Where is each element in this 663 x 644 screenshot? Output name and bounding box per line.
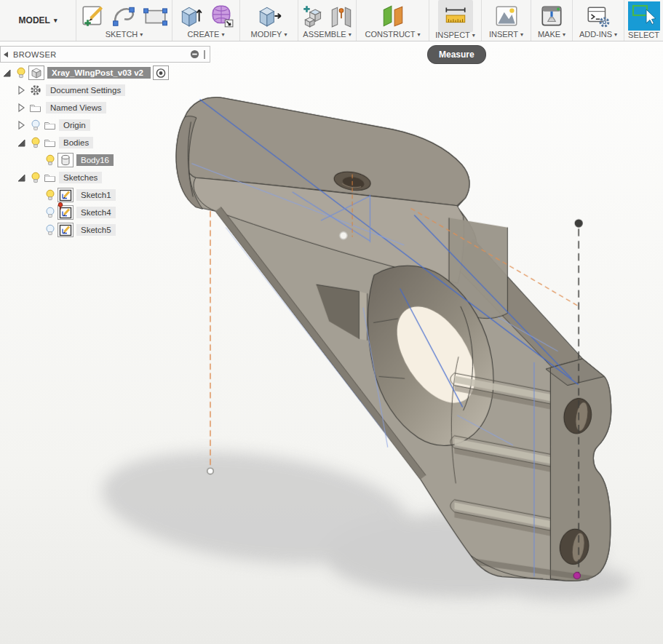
select-cursor-icon[interactable]	[628, 1, 660, 31]
workspace-label[interactable]: MODEL	[19, 15, 50, 25]
fusion360-window: MODEL▾ SKETCH▾ CREATE▾ MODIFY▾	[0, 0, 663, 644]
toolbar-group-insert: INSERT▾	[482, 0, 531, 41]
toolbar-group-inspect: INSPECT▾	[429, 0, 482, 41]
menu-make[interactable]: MAKE▾	[538, 30, 565, 39]
create-sketch-icon[interactable]	[81, 3, 107, 29]
tree-row-sketches[interactable]: Sketches	[0, 169, 210, 186]
chevron-down-icon: ▾	[472, 32, 475, 39]
tree-label[interactable]: Sketches	[59, 172, 102, 183]
sketch-pinned-icon	[57, 205, 74, 220]
visibility-bulb-icon[interactable]	[13, 67, 28, 79]
measure-tooltip-label: Measure	[439, 49, 475, 60]
tree-label[interactable]: Document Settings	[46, 84, 125, 96]
sketch-icon	[57, 223, 74, 237]
tree-row-sketch1[interactable]: Sketch1	[0, 186, 210, 204]
collapse-circle-icon[interactable]	[190, 49, 199, 59]
menu-construct[interactable]: CONSTRUCT▾	[365, 30, 420, 39]
visibility-bulb-icon[interactable]	[42, 154, 57, 167]
menu-select[interactable]: SELECT	[628, 31, 659, 39]
menu-addins[interactable]: ADD-INS▾	[579, 30, 617, 39]
tree-label-body16[interactable]: Body16	[76, 154, 114, 166]
pin-icon	[57, 202, 64, 211]
visibility-bulb-icon[interactable]	[28, 137, 43, 149]
measure-tool-active[interactable]	[438, 0, 473, 32]
gear-icon	[28, 84, 43, 96]
browser-panel: BROWSER Xray_WIngPost_v03 v2 Document Se…	[0, 46, 210, 239]
toolbar-group-make: MAKE▾	[531, 0, 573, 41]
tree-row-sketch5[interactable]: Sketch5	[0, 221, 210, 239]
menu-inspect[interactable]: INSPECT▾	[435, 31, 475, 39]
tree-label[interactable]: Named Views	[46, 102, 106, 114]
toolbar-group-select: SELECT	[624, 0, 663, 41]
new-component-icon[interactable]	[301, 3, 327, 29]
chevron-down-icon: ▾	[284, 31, 287, 38]
construction-endpoint[interactable]	[207, 468, 213, 474]
menu-insert[interactable]: INSERT▾	[489, 30, 523, 39]
workspace-switcher[interactable]: MODEL▾	[0, 0, 76, 41]
tree-row-document-settings[interactable]: Document Settings	[0, 82, 210, 99]
tree-row-root[interactable]: Xray_WIngPost_v03 v2	[0, 64, 210, 82]
activate-radio-icon[interactable]	[153, 65, 169, 80]
tree-label[interactable]: Sketch5	[76, 224, 116, 236]
component-cube-icon	[28, 65, 44, 80]
toolbar-group-construct: CONSTRUCT▾	[357, 0, 429, 41]
toolbar-group-create: CREATE▾	[172, 0, 240, 41]
axis-endpoint-top[interactable]	[575, 219, 583, 227]
tree-label-root[interactable]: Xray_WIngPost_v03 v2	[47, 67, 151, 79]
joint-icon[interactable]	[328, 3, 354, 29]
expand-arrow-icon[interactable]	[15, 85, 28, 95]
tree-row-origin[interactable]: Origin	[0, 116, 210, 134]
chevron-down-icon: ▾	[349, 31, 352, 38]
body-cylinder-icon	[57, 153, 74, 167]
construct-plane-icon[interactable]	[380, 3, 406, 29]
folder-icon	[28, 103, 43, 113]
folder-icon	[43, 172, 56, 184]
3d-print-icon[interactable]	[539, 3, 565, 29]
expand-arrow-icon[interactable]	[15, 103, 28, 113]
chevron-down-icon: ▾	[520, 31, 523, 38]
press-pull-icon[interactable]	[256, 3, 282, 29]
toolbar-group-assemble: ASSEMBLE▾	[298, 0, 357, 41]
form-icon[interactable]	[208, 3, 234, 29]
tree-row-body16[interactable]: Body16	[0, 151, 210, 169]
visibility-bulb-icon[interactable]	[28, 172, 43, 184]
chevron-down-icon: ▾	[614, 31, 617, 38]
visibility-bulb-icon[interactable]	[28, 119, 43, 132]
scripts-addins-icon[interactable]	[585, 3, 611, 29]
tree-label[interactable]: Bodies	[59, 137, 93, 148]
expand-arrow-icon[interactable]	[0, 68, 13, 78]
panel-collapse-icon[interactable]	[3, 51, 9, 58]
spline-icon[interactable]	[111, 3, 138, 29]
tree-row-bodies[interactable]: Bodies	[0, 134, 210, 151]
tree-label[interactable]: Origin	[59, 119, 90, 131]
rectangle-sketch-icon[interactable]	[142, 3, 168, 29]
menu-assemble[interactable]: ASSEMBLE▾	[303, 30, 351, 39]
insert-image-icon[interactable]	[493, 3, 520, 29]
chevron-down-icon: ▾	[140, 31, 143, 38]
visibility-bulb-icon[interactable]	[42, 207, 57, 219]
menu-modify[interactable]: MODIFY▾	[251, 30, 287, 39]
chevron-down-icon: ▾	[563, 31, 565, 38]
expand-arrow-icon[interactable]	[15, 138, 28, 148]
menu-create[interactable]: CREATE▾	[188, 30, 225, 39]
ribbon-toolbar: MODEL▾ SKETCH▾ CREATE▾ MODIFY▾	[0, 0, 663, 41]
visibility-bulb-icon[interactable]	[42, 224, 57, 236]
measure-icon[interactable]	[442, 1, 469, 28]
expand-arrow-icon[interactable]	[15, 172, 28, 183]
visibility-bulb-icon[interactable]	[42, 189, 57, 202]
browser-title: BROWSER	[13, 50, 190, 59]
tree-row-sketch4[interactable]: Sketch4	[0, 204, 210, 221]
menu-sketch[interactable]: SKETCH▾	[106, 30, 143, 39]
tree-row-named-views[interactable]: Named Views	[0, 99, 210, 116]
tree-label[interactable]: Sketch1	[76, 189, 116, 201]
point-marker[interactable]	[340, 231, 347, 239]
expand-arrow-icon[interactable]	[15, 120, 28, 130]
chevron-down-icon: ▾	[418, 31, 421, 38]
axis-endpoint-magenta[interactable]	[573, 572, 580, 579]
tree-label[interactable]: Sketch4	[76, 207, 116, 218]
extrude-icon[interactable]	[178, 3, 204, 29]
browser-header[interactable]: BROWSER	[0, 46, 210, 63]
toolbar-group-sketch: SKETCH▾	[76, 0, 172, 41]
panel-resize-handle[interactable]	[204, 50, 205, 59]
select-tool-active[interactable]	[628, 1, 660, 31]
